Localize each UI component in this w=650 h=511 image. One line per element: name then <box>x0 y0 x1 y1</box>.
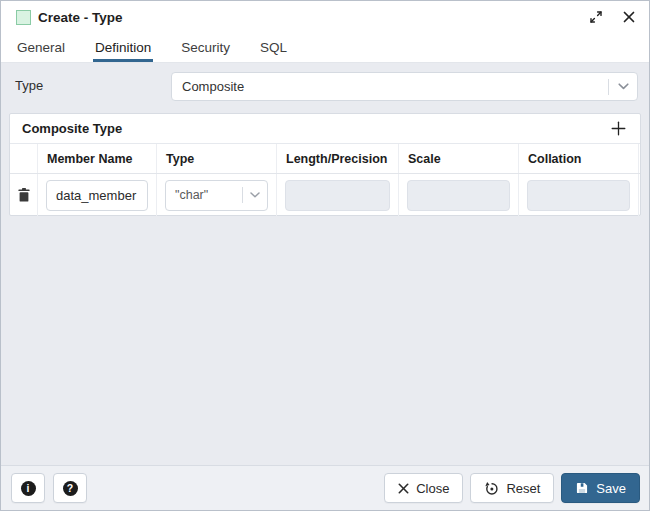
grid-header-delete-col <box>10 144 38 173</box>
tab-definition[interactable]: Definition <box>93 33 153 62</box>
footer-right-actions: Close Reset <box>384 473 640 503</box>
type-square-icon <box>16 10 31 25</box>
reset-button-label: Reset <box>506 481 540 496</box>
length-precision-cell <box>277 174 399 216</box>
member-type-value: "char" <box>175 188 242 202</box>
maximize-button[interactable] <box>587 8 605 26</box>
grid-header-row: Member Name Type Length/Precision Scale … <box>10 144 640 174</box>
close-button[interactable]: Close <box>384 473 463 503</box>
member-type-cell: "char" <box>157 174 277 216</box>
history-icon <box>484 481 499 496</box>
delete-cell <box>10 174 38 216</box>
titlebar-controls <box>587 8 637 26</box>
plus-icon <box>611 121 626 136</box>
length-precision-input <box>285 180 390 211</box>
title-bar: Create - Type <box>1 1 649 33</box>
close-icon <box>623 11 635 23</box>
tab-general[interactable]: General <box>15 33 67 62</box>
save-button[interactable]: Save <box>561 473 640 503</box>
info-circle-icon: i <box>21 481 36 496</box>
grid-header-member-name: Member Name <box>38 144 157 173</box>
expand-icon <box>589 10 603 24</box>
type-dropdown-value: Composite <box>182 79 608 94</box>
tab-bar: General Definition Security SQL <box>1 33 649 63</box>
dialog-footer: i ? Close <box>1 465 649 510</box>
grid-header-type: Type <box>157 144 277 173</box>
member-type-dropdown[interactable]: "char" <box>165 180 268 211</box>
chevron-down-icon <box>243 192 267 198</box>
close-button-label: Close <box>416 481 449 496</box>
reset-button[interactable]: Reset <box>470 473 554 503</box>
save-button-label: Save <box>596 481 626 496</box>
trash-icon <box>18 188 30 202</box>
table-row: "char" <box>10 174 640 216</box>
chevron-down-icon <box>609 83 637 90</box>
composite-type-title: Composite Type <box>22 121 607 136</box>
scale-cell <box>399 174 519 216</box>
type-dropdown[interactable]: Composite <box>171 72 638 101</box>
add-row-button[interactable] <box>607 119 630 138</box>
question-circle-icon: ? <box>63 481 78 496</box>
floppy-icon <box>575 481 589 495</box>
member-name-cell <box>38 174 157 216</box>
grid-header-scale: Scale <box>399 144 519 173</box>
scale-input <box>407 180 510 211</box>
grid-header-collation: Collation <box>519 144 639 173</box>
dialog-title: Create - Type <box>38 10 123 25</box>
grid-row-gutter <box>639 174 640 216</box>
help-button[interactable]: ? <box>53 473 87 503</box>
x-icon <box>398 483 409 494</box>
collation-cell <box>519 174 639 216</box>
close-dialog-button[interactable] <box>621 9 637 25</box>
type-field-label: Type <box>15 78 43 93</box>
delete-row-button[interactable] <box>16 186 32 204</box>
member-name-input[interactable] <box>46 180 148 211</box>
create-type-dialog: Create - Type General Def <box>0 0 650 511</box>
tab-sql[interactable]: SQL <box>258 33 289 62</box>
grid-header-gutter <box>639 144 640 173</box>
composite-type-header: Composite Type <box>10 114 640 144</box>
collation-input <box>527 180 630 211</box>
info-button[interactable]: i <box>11 473 45 503</box>
composite-type-panel: Composite Type Member Name Type Length/P… <box>9 113 641 216</box>
tab-security[interactable]: Security <box>179 33 232 62</box>
grid-header-length-precision: Length/Precision <box>277 144 399 173</box>
footer-left-actions: i ? <box>11 473 87 503</box>
